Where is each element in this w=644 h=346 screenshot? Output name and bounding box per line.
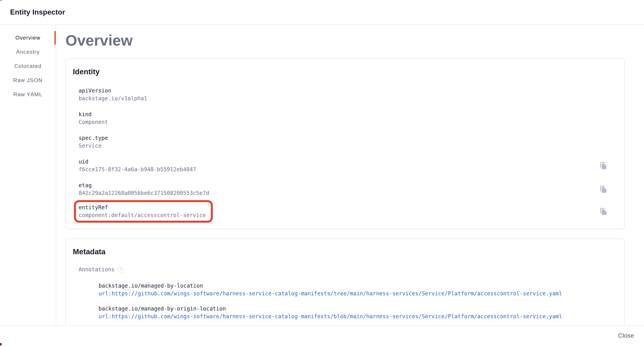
annotation-key: backstage.io/managed-by-origin-location <box>98 305 616 313</box>
metadata-heading: Metadata <box>73 247 616 256</box>
main-content: Overview Identity apiVersion backstage.i… <box>56 25 644 325</box>
tab-colocated-label: Colocated <box>14 63 42 69</box>
field-row-kind: kind Component <box>78 111 616 126</box>
copy-icon <box>599 161 608 170</box>
tab-colocated[interactable]: Colocated <box>0 59 56 73</box>
field-row-apiversion: apiVersion backstage.io/v1alpha1 <box>78 87 616 102</box>
field-value: Component <box>78 118 108 126</box>
copy-entityref-button[interactable] <box>599 207 608 216</box>
field-label: etag <box>78 182 209 189</box>
dialog-title: Entity Inspector <box>10 8 65 16</box>
field-row-spec-type: spec.type Service <box>78 134 616 150</box>
field-label: apiVersion <box>78 87 147 95</box>
field-value: Service <box>78 142 108 150</box>
tab-overview[interactable]: Overview <box>0 31 56 45</box>
field-row-entityref: entityRef component:default/accesscontro… <box>78 205 616 218</box>
tab-raw-json-label: Raw JSON <box>13 77 42 83</box>
tab-raw-json[interactable]: Raw JSON <box>0 73 56 87</box>
tab-raw-yaml-label: Raw YAML <box>13 91 42 98</box>
field-row-etag: etag 842c29a2a12268a0056be6c371508200553… <box>78 182 616 197</box>
help-icon[interactable]: ? <box>118 266 124 273</box>
dialog-body: Overview Ancestry Colocated Raw JSON Raw… <box>0 25 644 325</box>
annotation-link[interactable]: url:https://github.com/wings-software/ha… <box>98 290 562 297</box>
dialog-header: Entity Inspector <box>0 0 644 25</box>
annotation-row-managed-by-origin-location: backstage.io/managed-by-origin-location … <box>98 305 616 320</box>
annotations-label: Annotations <box>78 266 114 273</box>
tab-raw-yaml[interactable]: Raw YAML <box>0 87 56 101</box>
entityref-highlight-box: entityRef component:default/accesscontro… <box>74 200 213 223</box>
field-value: f6cce175-8f32-4a6a-b948-b55912eb4847 <box>78 166 196 174</box>
field-label: uid <box>78 158 196 166</box>
field-label: spec.type <box>78 134 108 142</box>
corner-artifact-top-left <box>0 0 2 1</box>
identity-card: Identity apiVersion backstage.io/v1alpha… <box>66 58 625 229</box>
field-label: entityRef <box>78 204 206 211</box>
tab-ancestry-label: Ancestry <box>16 49 40 55</box>
active-tab-indicator <box>54 31 56 45</box>
field-label: kind <box>78 111 108 118</box>
annotations-section-label: Annotations ? <box>78 266 616 273</box>
field-value: component:default/accesscontrol-service <box>78 211 206 219</box>
field-value: backstage.io/v1alpha1 <box>78 95 147 102</box>
close-button[interactable]: Close <box>614 329 638 342</box>
annotation-link[interactable]: url:https://github.com/wings-software/ha… <box>98 313 562 320</box>
tabs-sidebar: Overview Ancestry Colocated Raw JSON Raw… <box>0 25 56 325</box>
dialog-footer: Close <box>0 325 644 345</box>
copy-icon <box>599 185 608 194</box>
field-row-uid: uid f6cce175-8f32-4a6a-b948-b55912eb4847 <box>78 158 616 174</box>
annotation-key: backstage.io/managed-by-location <box>98 282 616 290</box>
copy-etag-button[interactable] <box>599 185 608 194</box>
metadata-card: Metadata Annotations ? backstage.io/mana… <box>66 239 625 325</box>
copy-icon <box>599 207 608 216</box>
annotation-row-managed-by-location: backstage.io/managed-by-location url:htt… <box>98 282 616 297</box>
tab-ancestry[interactable]: Ancestry <box>0 45 56 59</box>
identity-fields: apiVersion backstage.io/v1alpha1 kind Co… <box>78 87 616 218</box>
identity-heading: Identity <box>73 68 616 76</box>
corner-artifact-bottom-left <box>0 343 2 345</box>
field-value: 842c29a2a12268a0056be6c371508200553c5e7d <box>78 189 209 197</box>
page-title: Overview <box>66 31 644 49</box>
copy-uid-button[interactable] <box>599 161 608 170</box>
tab-overview-label: Overview <box>15 35 40 41</box>
